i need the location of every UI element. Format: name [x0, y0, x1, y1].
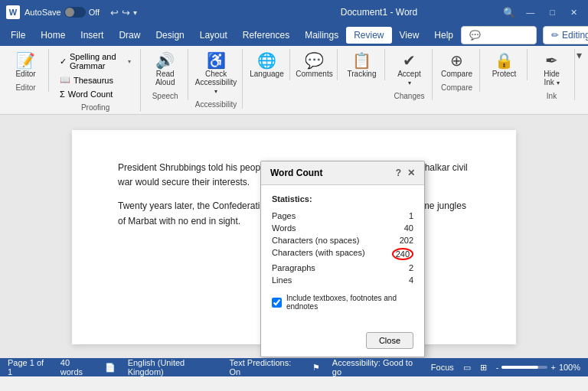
menu-bar: File Home Insert Draw Design Layout Refe… — [0, 24, 588, 46]
lines-value: 4 — [409, 275, 413, 285]
menu-view[interactable]: View — [392, 27, 427, 44]
read-aloud-button[interactable]: 🔊 ReadAloud — [149, 51, 182, 89]
ribbon-group-comments: 💬 Comments — [292, 49, 338, 80]
dialog-header-controls: ? ✕ — [396, 168, 415, 178]
include-textboxes-label: Include textboxes, footnotes and endnote… — [286, 294, 413, 311]
ink-label: Ink — [547, 92, 557, 100]
editing-button[interactable]: ✏ Editing ▾ — [543, 26, 588, 44]
search-icon[interactable]: 🔍 — [503, 7, 515, 18]
dialog-close-x-button[interactable]: ✕ — [407, 168, 415, 178]
more-button[interactable]: ▾ — [133, 8, 137, 17]
check-accessibility-button[interactable]: ♿ CheckAccessibility ▾ — [191, 51, 240, 97]
editor-button[interactable]: 📝 Editor — [9, 51, 43, 80]
focus-button[interactable]: Focus — [431, 363, 454, 372]
include-textboxes-checkbox[interactable] — [272, 298, 282, 308]
paragraphs-value: 2 — [409, 263, 413, 272]
redo-button[interactable]: ↪ — [122, 7, 130, 18]
pages-value: 1 — [409, 211, 413, 220]
language-status: English (United Kingdom) — [128, 358, 217, 376]
undo-button[interactable]: ↩ — [110, 7, 119, 18]
new-comment-button[interactable]: 💬 Comments — [292, 51, 336, 80]
zoom-slider[interactable] — [501, 366, 547, 369]
ribbon-expand-button[interactable]: ▾ — [577, 49, 582, 61]
accept-icon: ✔ — [403, 53, 416, 68]
thesaurus-icon: 📖 — [60, 75, 70, 85]
hide-ink-button[interactable]: ✒ HideInk ▾ — [535, 51, 569, 89]
web-layout-icon[interactable]: ⊞ — [480, 363, 487, 373]
tracking-icon: 📋 — [352, 53, 371, 68]
tracking-buttons: 📋 Tracking — [344, 51, 381, 80]
dialog-row-chars-nospaces: Characters (no spaces) 202 — [272, 234, 413, 246]
status-bar: Page 1 of 1 40 words 📄 English (United K… — [0, 358, 588, 376]
menu-mailings[interactable]: Mailings — [297, 27, 346, 44]
accessibility-buttons: ♿ CheckAccessibility ▾ — [191, 51, 240, 97]
editor-icon: 📝 — [16, 53, 35, 68]
dialog-help-button[interactable]: ? — [396, 168, 401, 178]
statistics-label: Statistics: — [272, 194, 413, 204]
dialog-header: Word Count ? ✕ — [261, 161, 424, 185]
zoom-level: 100% — [559, 363, 580, 372]
word-logo: W — [6, 5, 20, 19]
ribbon-group-protect: 🔒 Protect — [482, 49, 528, 80]
page-info: Page 1 of 1 — [8, 358, 48, 376]
word-count-icon: Σ — [60, 90, 65, 99]
ink-icon: ✒ — [545, 53, 558, 68]
protect-button[interactable]: 🔒 Protect — [488, 51, 521, 80]
word-count-dialog[interactable]: Word Count ? ✕ Statistics: Pages 1 Words… — [260, 161, 425, 357]
print-layout-icon[interactable]: ▭ — [463, 363, 471, 373]
maximize-button[interactable]: □ — [545, 6, 560, 18]
speech-buttons: 🔊 ReadAloud — [149, 51, 182, 89]
words-label: Words — [272, 223, 296, 233]
pencil-icon: ✏ — [551, 30, 559, 41]
menu-insert[interactable]: Insert — [73, 27, 111, 44]
menu-draw[interactable]: Draw — [111, 27, 148, 44]
dialog-title: Word Count — [270, 168, 322, 178]
menu-design[interactable]: Design — [148, 27, 191, 44]
word-count-button[interactable]: Σ Word Count — [57, 88, 134, 100]
menu-layout[interactable]: Layout — [192, 27, 235, 44]
ribbon: 📝 Editor Editor ✓ Spelling and Grammar ▾… — [0, 46, 588, 115]
compare-button[interactable]: ⊕ Compare — [437, 51, 476, 80]
close-button[interactable]: ✕ — [566, 6, 582, 19]
comments-button[interactable]: 💬 Comments — [461, 26, 537, 44]
menu-home[interactable]: Home — [33, 27, 73, 44]
status-right: Focus ▭ ⊞ - + 100% — [431, 363, 580, 373]
menu-references[interactable]: References — [235, 27, 297, 44]
spelling-button[interactable]: ✓ Spelling and Grammar ▾ — [57, 51, 134, 72]
ribbon-group-language: 🌐 Language — [244, 49, 290, 80]
accessibility-text: Accessibility: Good to go — [332, 358, 419, 376]
autosave-area: AutoSave Off — [24, 7, 100, 18]
document-area: President Shrubbings told his people tha… — [0, 115, 588, 358]
read-aloud-icon: 🔊 — [155, 53, 175, 68]
zoom-in-button[interactable]: + — [550, 363, 555, 372]
chars-spaces-label: Characters (with spaces) — [272, 248, 365, 260]
menu-review[interactable]: Review — [346, 27, 391, 44]
tracking-button[interactable]: 📋 Tracking — [344, 51, 381, 80]
proofing-label: Proofing — [81, 103, 109, 112]
undo-redo-group: ↩ ↪ ▾ — [110, 7, 137, 18]
accessibility-status: ⚑ — [312, 363, 320, 373]
zoom-out-button[interactable]: - — [496, 363, 499, 372]
accessibility-label: Accessibility — [195, 100, 237, 109]
ribbon-group-changes: ✔ Accept ▾ Changes — [387, 49, 433, 100]
dialog-row-pages: Pages 1 — [272, 210, 413, 222]
document-stats-icon: 📄 — [105, 363, 116, 373]
autosave-toggle[interactable] — [64, 7, 86, 18]
menu-help[interactable]: Help — [426, 27, 461, 44]
accept-buttons: ✔ Accept ▾ — [393, 51, 426, 89]
word-count-status: 40 words — [60, 358, 93, 376]
pages-label: Pages — [272, 211, 296, 220]
changes-label: Changes — [394, 92, 424, 100]
ribbon-group-tracking: 📋 Tracking — [339, 49, 385, 80]
accept-button[interactable]: ✔ Accept ▾ — [393, 51, 426, 89]
minimize-button[interactable]: — — [521, 6, 539, 18]
dialog-close-button[interactable]: Close — [366, 332, 413, 349]
ribbon-group-proofing: ✓ Spelling and Grammar ▾ 📖 Thesaurus Σ W… — [51, 49, 141, 112]
ribbon-group-compare: ⊕ Compare Compare — [434, 49, 480, 92]
autosave-label: AutoSave — [24, 8, 61, 17]
menu-file[interactable]: File — [3, 27, 33, 44]
thesaurus-button[interactable]: 📖 Thesaurus — [57, 73, 134, 86]
chars-nospaces-label: Characters (no spaces) — [272, 236, 359, 245]
language-button[interactable]: 🌐 Language — [246, 51, 288, 80]
comment-icon: 💬 — [469, 30, 481, 41]
